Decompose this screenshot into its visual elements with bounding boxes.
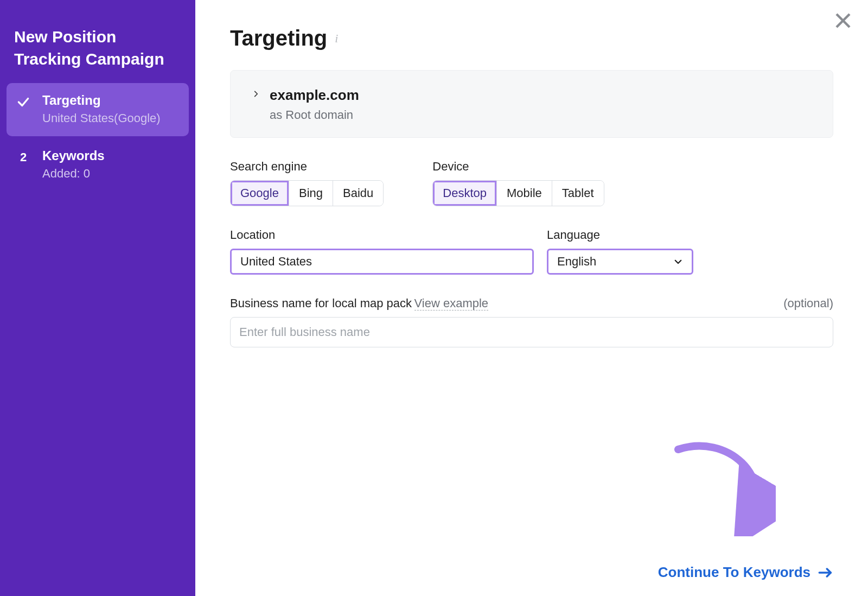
sidebar-step-keywords[interactable]: 2 Keywords Added: 0 bbox=[7, 138, 189, 192]
language-select[interactable]: English bbox=[547, 249, 693, 275]
device-option-tablet[interactable]: Tablet bbox=[552, 181, 604, 206]
main-panel: Targeting i example.com as Root domain S… bbox=[195, 0, 868, 596]
info-icon[interactable]: i bbox=[335, 31, 338, 46]
device-option-desktop[interactable]: Desktop bbox=[433, 181, 497, 206]
device-field: Device Desktop Mobile Tablet bbox=[432, 160, 604, 206]
chevron-right-icon bbox=[252, 87, 260, 102]
search-engine-label: Search engine bbox=[230, 160, 384, 174]
close-icon bbox=[833, 11, 853, 30]
business-name-label: Business name for local map pack bbox=[230, 296, 412, 310]
domain-subtitle: as Root domain bbox=[270, 108, 359, 122]
location-field: Location United States bbox=[230, 228, 534, 275]
sidebar-step-targeting[interactable]: Targeting United States(Google) bbox=[7, 83, 189, 136]
search-engine-field: Search engine Google Bing Baidu bbox=[230, 160, 384, 206]
sidebar-title: New Position Tracking Campaign bbox=[7, 26, 189, 83]
close-button[interactable] bbox=[833, 11, 853, 33]
sidebar-step-label: Keywords bbox=[42, 148, 181, 163]
device-option-mobile[interactable]: Mobile bbox=[497, 181, 552, 206]
business-name-input[interactable] bbox=[230, 317, 833, 347]
view-example-link[interactable]: View example bbox=[414, 296, 489, 310]
wizard-sidebar: New Position Tracking Campaign Targeting… bbox=[0, 0, 195, 596]
sidebar-step-sublabel: United States(Google) bbox=[42, 111, 181, 125]
language-field: Language English bbox=[547, 228, 693, 275]
sidebar-step-sublabel: Added: 0 bbox=[42, 167, 181, 181]
search-engine-option-google[interactable]: Google bbox=[231, 181, 289, 206]
sidebar-step-label: Targeting bbox=[42, 93, 181, 108]
page-title: Targeting i bbox=[230, 26, 833, 50]
chevron-down-icon bbox=[673, 257, 683, 267]
search-engine-option-baidu[interactable]: Baidu bbox=[333, 181, 383, 206]
check-icon bbox=[14, 93, 33, 125]
domain-summary-card[interactable]: example.com as Root domain bbox=[230, 70, 833, 138]
search-engine-option-bing[interactable]: Bing bbox=[289, 181, 333, 206]
search-engine-group: Google Bing Baidu bbox=[230, 180, 384, 206]
optional-hint: (optional) bbox=[783, 296, 833, 310]
location-input[interactable]: United States bbox=[230, 249, 534, 275]
device-label: Device bbox=[432, 160, 604, 174]
arrow-right-icon bbox=[818, 567, 833, 578]
location-label: Location bbox=[230, 228, 534, 242]
device-group: Desktop Mobile Tablet bbox=[432, 180, 604, 206]
domain-name: example.com bbox=[270, 87, 359, 104]
guide-arrow-annotation bbox=[667, 439, 776, 536]
continue-to-keywords-button[interactable]: Continue To Keywords bbox=[658, 564, 833, 581]
language-label: Language bbox=[547, 228, 693, 242]
sidebar-step-index: 2 bbox=[14, 148, 33, 181]
